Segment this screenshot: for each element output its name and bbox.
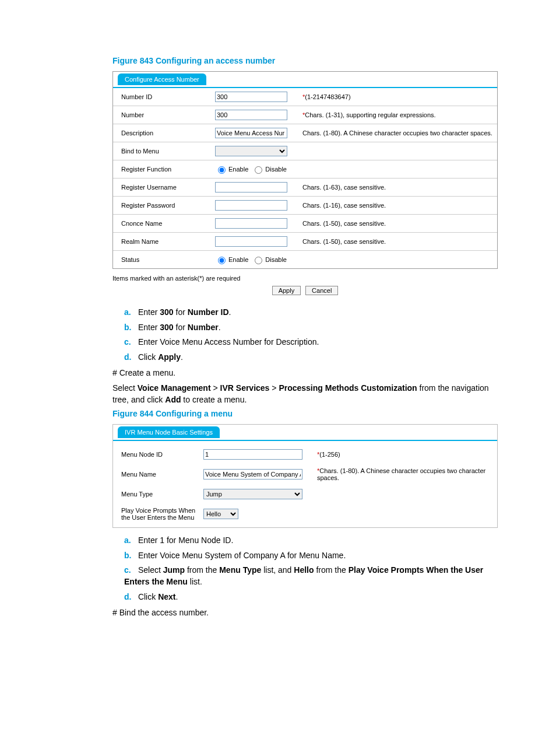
input-register-username[interactable] bbox=[215, 182, 287, 192]
hint-menu-node-id: *(1-256) bbox=[311, 451, 497, 458]
hint-menu-name: *Chars. (1-80). A Chinese character occu… bbox=[311, 467, 497, 481]
step-843-b: b. Enter 300 for Number. bbox=[124, 322, 498, 334]
label-menu-type: Menu Type bbox=[113, 491, 203, 498]
input-number-id[interactable] bbox=[215, 92, 287, 102]
label-cnonce-name: Cnonce Name bbox=[113, 220, 215, 227]
label-status: Status bbox=[113, 256, 215, 263]
steps-843: a. Enter 300 for Number ID. b. Enter 300… bbox=[124, 307, 498, 363]
select-menu-type[interactable]: Jump bbox=[203, 489, 302, 499]
step-843-c: c. Enter Voice Menu Access Number for De… bbox=[124, 337, 498, 348]
hint-register-password: Chars. (1-16), case sensitive. bbox=[297, 202, 497, 209]
required-footnote: Items marked with an asterisk(*) are req… bbox=[112, 275, 498, 282]
steps-844: a. Enter 1 for Menu Node ID. b. Enter Vo… bbox=[124, 535, 498, 603]
input-cnonce-name[interactable] bbox=[215, 218, 287, 229]
label-number-id: Number ID bbox=[113, 93, 215, 100]
radio-register-function-enable[interactable]: Enable bbox=[215, 164, 248, 174]
step-844-a: a. Enter 1 for Menu Node ID. bbox=[124, 535, 498, 547]
tab-ivr-menu-node[interactable]: IVR Menu Node Basic Settings bbox=[118, 426, 220, 438]
label-bind-to-menu: Bind to Menu bbox=[113, 148, 215, 155]
input-menu-node-id[interactable] bbox=[203, 449, 302, 460]
step-844-c: c. Select Jump from the Menu Type list, … bbox=[124, 565, 498, 587]
ivr-menu-node-panel: IVR Menu Node Basic Settings Menu Node I… bbox=[112, 424, 498, 528]
step-843-d: d. Click Apply. bbox=[124, 352, 498, 363]
label-menu-name: Menu Name bbox=[113, 471, 203, 478]
radio-disable-2[interactable] bbox=[255, 257, 262, 264]
radio-status-disable[interactable]: Disable bbox=[252, 255, 287, 264]
select-bind-to-menu[interactable] bbox=[215, 146, 287, 156]
select-play-voice-prompts[interactable]: Hello bbox=[203, 509, 238, 519]
tab-configure-access-number[interactable]: Configure Access Number bbox=[118, 74, 206, 85]
label-menu-node-id: Menu Node ID bbox=[113, 451, 203, 458]
label-play-voice-prompts: Play Voice Prompts When the User Enters … bbox=[113, 507, 203, 521]
label-description: Description bbox=[113, 130, 215, 136]
input-description[interactable] bbox=[215, 128, 287, 138]
hint-number-id: *(1-2147483647) bbox=[297, 93, 497, 100]
label-register-password: Register Password bbox=[113, 202, 215, 209]
tab-row-844: IVR Menu Node Basic Settings bbox=[113, 425, 497, 441]
radio-enable-1[interactable] bbox=[218, 166, 226, 174]
input-realm-name[interactable] bbox=[215, 236, 287, 247]
hint-description: Chars. (1-80). A Chinese character occup… bbox=[297, 130, 497, 136]
input-register-password[interactable] bbox=[215, 200, 287, 211]
bind-access-number-line: # Bind the access number. bbox=[112, 607, 498, 619]
hint-realm-name: Chars. (1-50), case sensitive. bbox=[297, 238, 497, 245]
step-844-b: b. Enter Voice Menu System of Company A … bbox=[124, 550, 498, 562]
hint-number: *Chars. (1-31), supporting regular expre… bbox=[297, 111, 497, 118]
apply-button[interactable]: Apply bbox=[272, 286, 301, 295]
hint-cnonce-name: Chars. (1-50), case sensitive. bbox=[297, 220, 497, 227]
label-number: Number bbox=[113, 111, 215, 118]
radio-disable-1[interactable] bbox=[255, 166, 262, 174]
radio-register-function-disable[interactable]: Disable bbox=[252, 164, 287, 174]
figure-843-caption: Figure 843 Configuring an access number bbox=[112, 56, 498, 65]
configure-access-number-panel: Configure Access Number Number ID *(1-21… bbox=[112, 71, 498, 269]
input-number[interactable] bbox=[215, 110, 287, 120]
navigation-instruction: Select Voice Management > IVR Services >… bbox=[112, 383, 498, 405]
step-844-d: d. Click Next. bbox=[124, 592, 498, 603]
tab-row: Configure Access Number bbox=[113, 72, 497, 88]
label-register-username: Register Username bbox=[113, 184, 215, 191]
create-menu-line: # Create a menu. bbox=[112, 368, 498, 379]
step-843-a: a. Enter 300 for Number ID. bbox=[124, 307, 498, 318]
label-realm-name: Realm Name bbox=[113, 238, 215, 245]
radio-enable-2[interactable] bbox=[218, 257, 226, 264]
figure-844-caption: Figure 844 Configuring a menu bbox=[112, 409, 498, 418]
hint-register-username: Chars. (1-63), case sensitive. bbox=[297, 184, 497, 191]
radio-status-enable[interactable]: Enable bbox=[215, 255, 248, 264]
label-register-function: Register Function bbox=[113, 166, 215, 173]
input-menu-name[interactable] bbox=[203, 469, 302, 480]
cancel-button[interactable]: Cancel bbox=[305, 286, 338, 295]
